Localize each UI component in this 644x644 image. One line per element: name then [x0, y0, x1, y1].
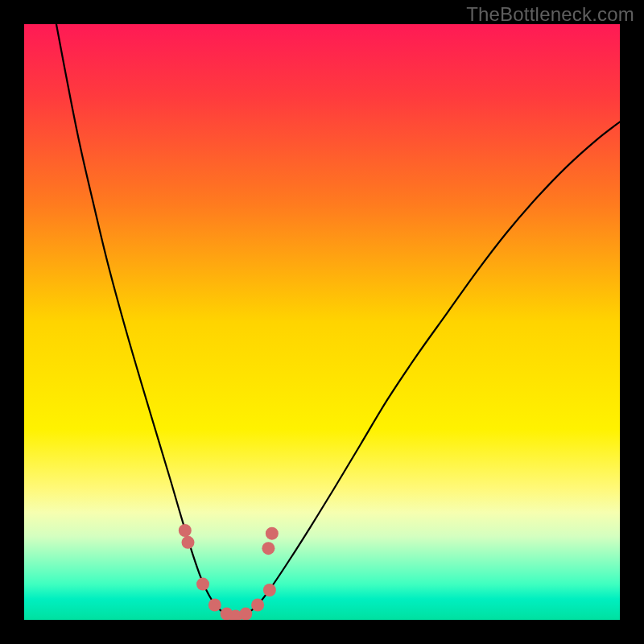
bottleneck-chart — [24, 24, 620, 620]
marker-0 — [179, 524, 192, 537]
chart-frame: TheBottleneck.com — [0, 0, 644, 644]
marker-8 — [263, 584, 276, 597]
marker-9 — [262, 542, 275, 555]
marker-6 — [239, 608, 252, 620]
marker-1 — [182, 536, 195, 549]
watermark-label: TheBottleneck.com — [466, 3, 634, 26]
marker-10 — [266, 527, 279, 540]
gradient-background — [24, 24, 620, 620]
marker-7 — [251, 599, 264, 612]
marker-3 — [208, 599, 221, 612]
marker-2 — [196, 578, 209, 591]
